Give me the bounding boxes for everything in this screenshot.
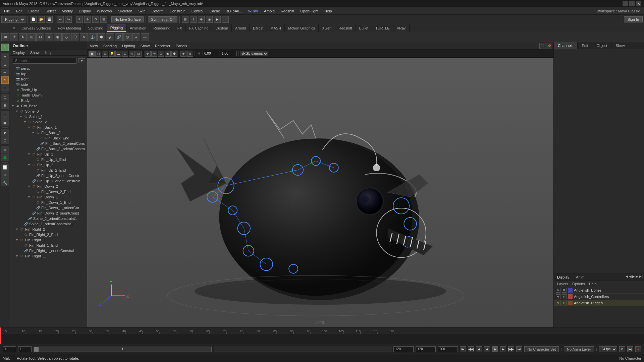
tab-turtle[interactable]: TURTLE xyxy=(372,24,393,32)
tree-item-fin-up-2-end[interactable]: ⬡ Fin_Up_2_End xyxy=(10,168,87,173)
vp-msaa-button[interactable]: M xyxy=(136,51,142,57)
timeline-scrub-bar[interactable] xyxy=(214,347,392,352)
rotate-icon[interactable]: ↻ xyxy=(92,16,99,23)
close-button[interactable]: ✕ xyxy=(636,1,641,6)
outliner-filter-button[interactable]: ▼ xyxy=(78,58,85,63)
shelf-select-all[interactable]: ⊕ xyxy=(1,33,9,41)
undo-icon[interactable]: ↩ xyxy=(57,16,64,23)
vp-poly-count-button[interactable]: ⊕ xyxy=(145,51,151,57)
tab-animation[interactable]: Animation xyxy=(126,24,150,32)
edit-tab[interactable]: Edit xyxy=(578,42,592,49)
tab-redshift[interactable]: Redshift xyxy=(335,24,356,32)
sign-in-button[interactable]: Sign In xyxy=(624,16,643,22)
lasso-tool-button[interactable]: ⊂ xyxy=(1,53,9,61)
tab-rigging[interactable]: Rigging xyxy=(107,24,126,32)
tab-curves-surfaces[interactable]: Curves / Surfaces xyxy=(18,24,54,32)
tree-item-fin-right-1-constraint[interactable]: 🔗 Fin_Right_1_orientConstrai xyxy=(10,248,87,253)
vp-colorspace-select[interactable]: sRGB gamma xyxy=(240,51,268,56)
menu-openflight[interactable]: OpenFlight xyxy=(298,8,321,14)
show-tab[interactable]: Show xyxy=(611,42,629,49)
menu-constrain[interactable]: Constrain xyxy=(167,8,188,14)
layers-menu-help[interactable]: Help xyxy=(587,282,599,286)
tab-xgen[interactable]: XGen xyxy=(319,24,335,32)
tab-fx[interactable]: FX xyxy=(174,24,186,32)
bones-vis-button[interactable]: V xyxy=(556,288,560,293)
rewind-button[interactable]: ◀◀ xyxy=(468,346,474,352)
timeline-progress-bar[interactable]: 1 xyxy=(34,347,212,352)
render-icon[interactable]: ▶ xyxy=(214,16,221,23)
fps-select[interactable]: 24 fps xyxy=(599,346,617,352)
tree-item-fin-up-1-constraint[interactable]: 🔗 Fin_Up_1_orientConstrain xyxy=(10,178,87,184)
tree-item-fin-up-2-constraint[interactable]: 🔗 Fin_Up_2_orientConstr xyxy=(10,173,87,178)
shelf-deform[interactable]: ⬡ xyxy=(71,33,79,41)
auto-key-button[interactable]: ● xyxy=(635,346,641,352)
step-back-button[interactable]: ◀ xyxy=(476,346,482,352)
snap-to-point-button[interactable]: ◉ xyxy=(1,119,9,126)
menu-create[interactable]: Create xyxy=(26,8,42,14)
minimize-button[interactable]: — xyxy=(623,1,628,6)
snap-curve-icon[interactable]: ⌇ xyxy=(190,16,197,23)
vp-isolate-button[interactable]: ⊗ xyxy=(180,51,186,57)
shelf-plus[interactable]: + xyxy=(132,33,140,41)
next-keyframe-button[interactable]: ⏭ xyxy=(516,346,522,352)
no-anim-layer-button[interactable]: No Anim Layer xyxy=(564,346,594,352)
attr-editor-button[interactable]: ⚙ xyxy=(1,171,9,179)
tab-bullet[interactable]: Bullet xyxy=(356,24,372,32)
menu-file[interactable]: File xyxy=(1,8,13,14)
shelf-minus[interactable]: — xyxy=(141,33,149,41)
vp-menu-show[interactable]: Show xyxy=(138,43,153,49)
tree-item-fin-right-1-end[interactable]: ⬡ Fin_Right_1_End xyxy=(10,243,87,248)
tree-item-spine-2-constraint[interactable]: 🔗 Spine_2_orientConstraint1 xyxy=(10,216,87,221)
menu-redshift[interactable]: Redshift xyxy=(278,8,297,14)
channels-tab[interactable]: Channels xyxy=(554,42,578,49)
tree-item-top[interactable]: 📷 top xyxy=(10,71,87,76)
snap-to-grid-button[interactable]: ⊞ xyxy=(1,111,9,119)
tab-arnold[interactable]: Arnold xyxy=(232,24,250,32)
vp-menu-view[interactable]: View xyxy=(87,43,101,49)
rotate-tool-button[interactable]: ↻ xyxy=(1,76,9,84)
layers-fwd-icon[interactable]: ▶ xyxy=(632,275,635,280)
outliner-menu-display[interactable]: Display xyxy=(10,50,28,55)
menu-cache[interactable]: Cache xyxy=(207,8,223,14)
tree-item-spine-0[interactable]: ▼ ⬡ Spine_0 xyxy=(10,109,87,114)
snap-view-icon[interactable]: ◉ xyxy=(206,16,213,23)
tree-item-fin-up-1-end[interactable]: ⬡ Fin_Up_1_End xyxy=(10,157,87,162)
tree-item-spine-1-constraint[interactable]: 🔗 Spine_1_orientConstraint1 xyxy=(10,221,87,227)
shelf-nurbs[interactable]: ◉ xyxy=(54,33,62,41)
shelf-ikhandle[interactable]: ⚓ xyxy=(89,33,97,41)
vp-ao-button[interactable]: ⊙ xyxy=(122,51,128,57)
layers-next-icon[interactable]: ▶ xyxy=(636,275,638,280)
tab-mash[interactable]: MASH xyxy=(267,24,285,32)
menu-select[interactable]: Select xyxy=(43,8,59,14)
tree-item-fin-back-end[interactable]: ⬡ Fin_Back_End xyxy=(10,135,87,141)
tree-item-spine-1[interactable]: ▼ ⬡ Spine_1 xyxy=(10,114,87,119)
menu-skeleton[interactable]: Skeleton xyxy=(115,8,135,14)
controllers-p-button[interactable]: P xyxy=(562,294,567,299)
redo-icon[interactable]: ↪ xyxy=(65,16,72,23)
shelf-poly[interactable]: ◈ xyxy=(45,33,53,41)
tab-rendering[interactable]: Rendering xyxy=(150,24,174,32)
tree-item-fin-back-1-constraint[interactable]: 🔗 Fin_Back_1_orientConstra xyxy=(10,146,87,152)
scale-tool-button[interactable]: ⊞ xyxy=(1,84,9,92)
tree-item-fin-down-1[interactable]: ▼ ⬡ Fin_Down_1 xyxy=(10,194,87,200)
show-manip-button[interactable]: ⊕ xyxy=(1,102,9,109)
tree-item-fin-up-1[interactable]: ▼ ⬡ Fin_Up_1 xyxy=(10,152,87,157)
vp-wireframe-button[interactable]: ◻ xyxy=(95,51,101,57)
tool-settings-button[interactable]: 🔧 xyxy=(1,179,9,186)
step-forward-button[interactable]: ▶ xyxy=(500,346,506,352)
shelf-rotate[interactable]: ↻ xyxy=(19,33,27,41)
tree-item-fin-down-1-end[interactable]: ⬡ Fin_Down_1_End xyxy=(10,200,87,205)
tab-bifrost[interactable]: Bifrost xyxy=(250,24,267,32)
timeline-current-input[interactable] xyxy=(18,346,32,352)
vp-lights-button[interactable]: 💡 xyxy=(109,51,115,57)
tab-motion-graphics[interactable]: Motion Graphics xyxy=(285,24,319,32)
controllers-vis-button[interactable]: V xyxy=(556,294,560,299)
timeline-end2-input[interactable] xyxy=(416,346,436,352)
snap-grid-icon[interactable]: ⊞ xyxy=(182,16,189,23)
prev-keyframe-button[interactable]: ⏮ xyxy=(460,346,466,352)
paint-select-button[interactable]: ⊃ xyxy=(1,61,9,68)
bones-color-swatch[interactable] xyxy=(568,288,573,293)
tree-item-ctrl-base[interactable]: ▼ ◉ Ctrl_Base xyxy=(10,103,87,109)
shelf-paint[interactable]: 🖌 xyxy=(106,33,114,41)
vp-cameras-button[interactable]: 📷 xyxy=(151,51,157,57)
